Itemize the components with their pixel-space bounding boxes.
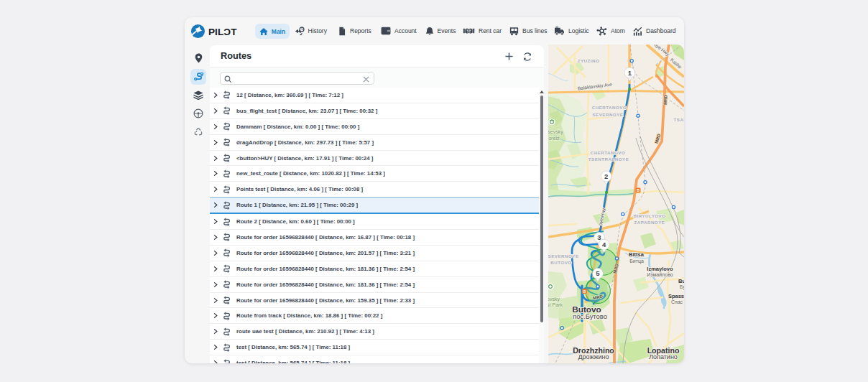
svg-text:B: B [583, 289, 586, 294]
svg-text:Спас: Спас [671, 299, 683, 304]
svg-text:Spass: Spass [668, 293, 684, 299]
svg-text:BUTOVO: BUTOVO [550, 260, 571, 265]
svg-text:sevsky: sevsky [548, 129, 563, 135]
svg-text:пос.Бутово: пос.Бутово [573, 312, 607, 320]
svg-text:2: 2 [604, 172, 608, 180]
svg-text:SEVERNOYE: SEVERNOYE [592, 112, 623, 117]
svg-text:Лопатино: Лопатино [649, 353, 678, 360]
svg-text:4: 4 [602, 241, 606, 248]
svg-text:st Park: st Park [548, 302, 563, 307]
svg-text:ZYUZINO: ZYUZINO [578, 58, 600, 63]
svg-text:B: B [637, 188, 640, 192]
svg-text:Izmaylovo: Izmaylovo [647, 266, 673, 272]
svg-text:SEVERNOYE: SEVERNOYE [548, 253, 579, 258]
svg-text:Бу: Бу [680, 284, 684, 290]
svg-text:TSENTRALNOYE: TSENTRALNOYE [588, 157, 629, 162]
svg-text:ovsky: ovsky [548, 297, 560, 302]
svg-text:BIRYULYOVO: BIRYULYOVO [633, 213, 665, 218]
svg-text:orest: orest [548, 136, 560, 141]
svg-text:ZAPADNOYE: ZAPADNOYE [634, 220, 665, 225]
svg-text:Битца: Битца [629, 258, 644, 264]
svg-text:CHERTANOVO: CHERTANOVO [591, 150, 626, 155]
svg-text:TSAR: TSAR [674, 117, 684, 122]
svg-text:5: 5 [596, 269, 600, 277]
svg-text:CHERTANOVO: CHERTANOVO [592, 105, 627, 110]
svg-text:Измайлово: Измайлово [647, 272, 673, 277]
svg-text:1: 1 [628, 69, 632, 77]
svg-text:Bittsa: Bittsa [629, 251, 645, 258]
svg-text:Дрожжино: Дрожжино [578, 353, 609, 360]
svg-text:MRD: MRD [663, 94, 668, 105]
svg-text:Bu: Bu [678, 278, 684, 284]
